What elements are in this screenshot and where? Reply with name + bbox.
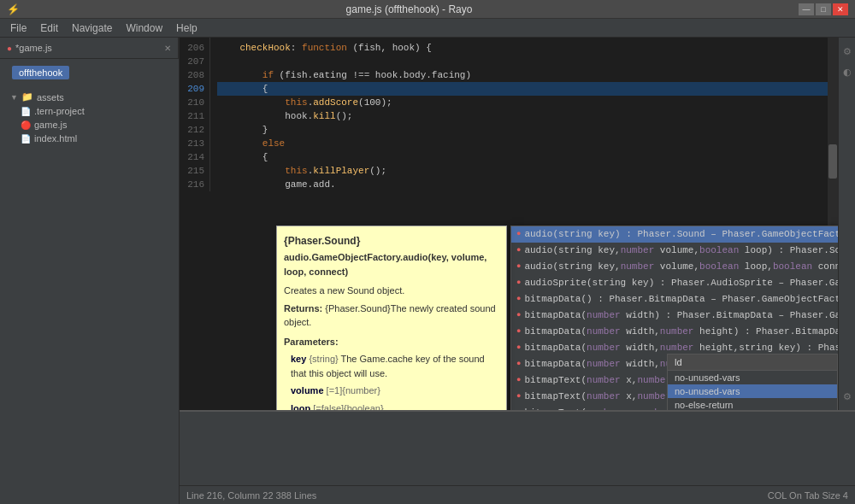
lint-item-1[interactable]: no-unused-vars	[668, 384, 837, 398]
autocomplete-item-0[interactable]: ● audio(string key) : Phaser.Sound – Pha…	[511, 226, 838, 243]
folder-icon: 📁	[21, 91, 33, 103]
right-sidebar: ⚙ ◐ ⚙	[838, 38, 855, 410]
sidebar: ● *game.js ✕ offthehook ▼ 📁 assets 📄 .te…	[0, 38, 180, 504]
autocomplete-item-6[interactable]: ● bitmapData(number width,number height)…	[511, 324, 838, 340]
param-loop: loop [=false]{boolean}	[291, 401, 499, 411]
autocomplete-item-3[interactable]: ● audioSprite(string key) : Phaser.Audio…	[511, 275, 838, 291]
scrollbar-thumb[interactable]	[828, 144, 837, 179]
menu-edit[interactable]: Edit	[33, 21, 65, 36]
lint-item-0[interactable]: no-unused-vars	[668, 371, 837, 384]
sidebar-icon-1[interactable]: ⚙	[840, 44, 854, 58]
status-mode: COL On Tab Size 4	[768, 490, 848, 501]
doc-method: audio.GameObjectFactory.audio(key, volum…	[284, 250, 499, 278]
dot-icon-9: ●	[516, 374, 521, 387]
autocomplete-label-7: bitmapData(number width,number height,st…	[524, 342, 838, 355]
title-bar: ⚡ game.js (offthehook) - Rayo — □ ✕	[0, 0, 855, 19]
app-icon: ⚡	[7, 3, 20, 15]
param-volume: volume [=1]{number}	[291, 384, 499, 398]
window-controls: — □ ✕	[799, 3, 848, 15]
doc-title: {Phaser.Sound}	[284, 233, 499, 249]
autocomplete-label-4: bitmapData() : Phaser.BitmapData – Phase…	[524, 293, 838, 306]
autocomplete-label-2: audio(string key,number volume,boolean l…	[524, 261, 838, 273]
code-line-216: game.add.	[217, 178, 831, 191]
doc-params-title: Parameters:	[284, 335, 499, 349]
code-line-211: hook.kill();	[217, 109, 831, 123]
lint-item-2[interactable]: no-else-return	[668, 398, 837, 410]
menu-window[interactable]: Window	[119, 21, 169, 36]
badge-container: offthehook	[0, 59, 179, 86]
line-numbers: 206 207 208 209 210 211 212 213 214 215 …	[180, 38, 210, 191]
tree-label-gamejs: game.js	[34, 120, 68, 130]
code-line-213: else	[217, 137, 831, 150]
lint-header: ld	[668, 355, 837, 371]
dot-icon-2: ●	[516, 261, 521, 273]
dot-icon-0: ●	[516, 228, 521, 241]
code-line-209: {	[217, 82, 831, 96]
code-line-215: this.killPlayer();	[217, 164, 831, 178]
dot-icon-10: ●	[516, 390, 521, 403]
autocomplete-item-4[interactable]: ● bitmapData() : Phaser.BitmapData – Pha…	[511, 291, 838, 308]
menu-navigate[interactable]: Navigate	[65, 21, 119, 36]
tree-item-assets[interactable]: ▼ 📁 assets	[0, 90, 179, 104]
close-button[interactable]: ✕	[833, 3, 848, 15]
dot-icon-3: ●	[516, 277, 521, 290]
status-position: Line 216, Column 22 388 Lines	[186, 490, 316, 501]
tree-label-indexhtml: index.html	[34, 133, 77, 144]
autocomplete-item-2[interactable]: ● audio(string key,number volume,boolean…	[511, 259, 838, 275]
dot-icon-6: ●	[516, 325, 521, 338]
tree-item-game-js[interactable]: 🔴 game.js	[0, 118, 179, 132]
param-key: key {string} The Game.cache key of the s…	[291, 352, 499, 380]
dot-icon-11: ●	[516, 407, 521, 410]
tree-label: assets	[37, 92, 64, 103]
arrow-icon: ▼	[10, 93, 18, 102]
autocomplete-label-5: bitmapData(number width) : Phaser.Bitmap…	[524, 309, 838, 322]
menu-file[interactable]: File	[3, 21, 33, 36]
close-tab-icon[interactable]: ✕	[164, 44, 171, 53]
folder-badge[interactable]: offthehook	[12, 66, 69, 79]
main-layout: ● *game.js ✕ offthehook ▼ 📁 assets 📄 .te…	[0, 38, 855, 504]
autocomplete-label-3: audioSprite(string key) : Phaser.AudioSp…	[524, 277, 838, 290]
tree-label-tern: .tern-project	[34, 106, 85, 116]
editor-container: 206 207 208 209 210 211 212 213 214 215 …	[180, 38, 855, 504]
tree-item-tern[interactable]: 📄 .tern-project	[0, 104, 179, 118]
code-line-208: if (fish.eating !== hook.body.facing)	[217, 68, 831, 82]
code-line-206: checkHook: function (fish, hook) {	[217, 41, 831, 55]
doc-returns: Returns: {Phaser.Sound}The newly created…	[284, 302, 499, 330]
dot-icon-1: ●	[516, 244, 521, 257]
maximize-button[interactable]: □	[816, 3, 831, 15]
dot-icon-5: ●	[516, 309, 521, 322]
code-line-210: this.addScore(100);	[217, 96, 831, 109]
window-title: game.js (offthehook) - Rayo	[20, 3, 799, 15]
autocomplete-label-0: audio(string key) : Phaser.Sound – Phase…	[524, 228, 838, 241]
code-line-212: }	[217, 123, 831, 137]
doc-description: Creates a new Sound object.	[284, 284, 499, 298]
project-tree: ▼ 📁 assets 📄 .tern-project 🔴 game.js 📄 i…	[0, 86, 179, 149]
dot-icon-4: ●	[516, 293, 521, 306]
tree-item-index-html[interactable]: 📄 index.html	[0, 132, 179, 145]
file-icon-js: 🔴	[21, 120, 31, 130]
status-bar: Line 216, Column 22 388 Lines COL On Tab…	[180, 485, 855, 504]
autocomplete-label-1: audio(string key,number volume,boolean l…	[524, 244, 838, 257]
tab-label: *game.js	[15, 43, 52, 53]
sidebar-tabs: ● *game.js ✕	[0, 38, 179, 59]
code-editor[interactable]: 206 207 208 209 210 211 212 213 214 215 …	[180, 38, 838, 410]
file-icon: ●	[7, 44, 12, 53]
sidebar-icon-2[interactable]: ◐	[840, 65, 854, 79]
minimize-button[interactable]: —	[799, 3, 814, 15]
editor-with-sidebar: 206 207 208 209 210 211 212 213 214 215 …	[180, 38, 855, 410]
code-line-214: {	[217, 150, 831, 164]
autocomplete-item-5[interactable]: ● bitmapData(number width) : Phaser.Bitm…	[511, 308, 838, 324]
menu-help[interactable]: Help	[169, 21, 204, 36]
autocomplete-label-6: bitmapData(number width,number height) :…	[524, 325, 838, 338]
autocomplete-item-1[interactable]: ● audio(string key,number volume,boolean…	[511, 243, 838, 259]
dot-icon-7: ●	[516, 342, 521, 355]
code-line-207	[217, 55, 831, 68]
doc-popup: {Phaser.Sound} audio.GameObjectFactory.a…	[276, 226, 507, 410]
dot-icon-8: ●	[516, 358, 521, 371]
bottom-empty-panel	[180, 410, 855, 485]
sidebar-tab-game-js[interactable]: ● *game.js ✕	[0, 38, 179, 58]
file-icon-html: 📄	[21, 134, 31, 144]
sidebar-icon-gear[interactable]: ⚙	[840, 390, 854, 403]
menu-bar: File Edit Navigate Window Help	[0, 19, 855, 38]
lint-panel[interactable]: ld no-unused-vars no-unused-vars no-else…	[667, 354, 838, 410]
